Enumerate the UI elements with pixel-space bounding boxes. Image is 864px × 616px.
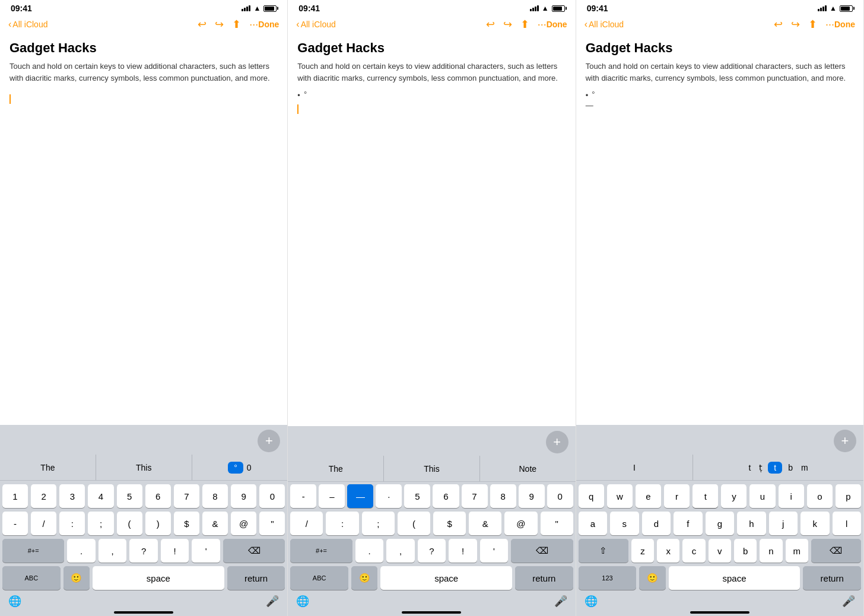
key-1[interactable]: 1 xyxy=(2,484,28,508)
done-button-3[interactable]: Done xyxy=(834,20,855,29)
key-8-p[interactable]: 8 xyxy=(490,484,516,508)
key-abc-1[interactable]: ABC xyxy=(2,566,61,590)
key-p[interactable]: p xyxy=(836,484,861,508)
more-icon-1[interactable]: ··· xyxy=(249,18,258,31)
key-apostrophe[interactable]: ' xyxy=(192,539,220,563)
key-hyphen-p[interactable]: - xyxy=(290,484,316,508)
key-emoji-2[interactable]: 🙂 xyxy=(351,566,377,590)
redo-icon-1[interactable]: ↪ xyxy=(215,18,224,31)
redo-icon-3[interactable]: ↪ xyxy=(791,18,800,31)
key-s[interactable]: s xyxy=(610,512,639,535)
key-amp-2[interactable]: & xyxy=(469,512,501,535)
key-at-2[interactable]: @ xyxy=(504,512,537,535)
undo-icon-3[interactable]: ↩ xyxy=(774,18,783,31)
back-label-1[interactable]: All iCloud xyxy=(12,20,47,29)
key-return-1[interactable]: return xyxy=(227,566,285,590)
key-u[interactable]: u xyxy=(749,484,775,508)
autocomplete-the-2[interactable]: The xyxy=(288,456,384,481)
mic-icon-2[interactable]: 🎤 xyxy=(554,595,567,608)
key-a[interactable]: a xyxy=(579,512,607,535)
key-amp[interactable]: & xyxy=(202,512,228,535)
key-j[interactable]: j xyxy=(769,512,798,535)
back-label-2[interactable]: All iCloud xyxy=(301,20,336,29)
key-7-p[interactable]: 7 xyxy=(462,484,488,508)
more-icon-3[interactable]: ··· xyxy=(825,18,834,31)
key-5-p[interactable]: 5 xyxy=(404,484,430,508)
key-space-3[interactable]: space xyxy=(669,566,801,590)
key-return-3[interactable]: return xyxy=(803,566,861,590)
key-return-2[interactable]: return xyxy=(515,566,573,590)
key-delete-3[interactable]: ⌫ xyxy=(811,539,861,563)
key-colon[interactable]: : xyxy=(59,512,85,535)
var-t-1[interactable]: t xyxy=(746,462,753,474)
key-exclaim-2[interactable]: ! xyxy=(449,539,477,563)
key-b[interactable]: b xyxy=(734,539,757,563)
key-2[interactable]: 2 xyxy=(31,484,56,508)
globe-icon-2[interactable]: 🌐 xyxy=(296,595,309,608)
key-semicolon-2[interactable]: ; xyxy=(362,512,395,535)
key-abc-2[interactable]: ABC xyxy=(290,566,348,590)
key-0-p[interactable]: 0 xyxy=(547,484,573,508)
key-endash-p[interactable]: – xyxy=(319,484,345,508)
key-quote[interactable]: " xyxy=(259,512,285,535)
autocomplete-zero-1[interactable]: 0 xyxy=(247,463,252,472)
key-dollar[interactable]: $ xyxy=(174,512,199,535)
key-0[interactable]: 0 xyxy=(259,484,285,508)
key-rparen[interactable]: ) xyxy=(145,512,171,535)
key-m[interactable]: m xyxy=(786,539,808,563)
key-f[interactable]: f xyxy=(674,512,702,535)
var-t-2[interactable]: ṭ xyxy=(757,462,764,474)
undo-icon-1[interactable]: ↩ xyxy=(198,18,207,31)
key-q[interactable]: q xyxy=(579,484,604,508)
key-8[interactable]: 8 xyxy=(202,484,228,508)
key-k[interactable]: k xyxy=(801,512,829,535)
key-l[interactable]: l xyxy=(833,512,861,535)
key-y[interactable]: y xyxy=(721,484,747,508)
key-colon-2[interactable]: : xyxy=(326,512,358,535)
key-question[interactable]: ? xyxy=(129,539,157,563)
key-delete-2[interactable]: ⌫ xyxy=(511,539,573,563)
autocomplete-this-1[interactable]: This xyxy=(96,455,192,480)
key-dollar-2[interactable]: $ xyxy=(433,512,466,535)
key-slash[interactable]: / xyxy=(31,512,56,535)
key-period-2[interactable]: . xyxy=(355,539,383,563)
key-period[interactable]: . xyxy=(67,539,95,563)
key-5[interactable]: 5 xyxy=(117,484,142,508)
key-emoji-3[interactable]: 🙂 xyxy=(639,566,665,590)
var-t-highlighted[interactable]: t xyxy=(768,462,782,474)
globe-icon-3[interactable]: 🌐 xyxy=(585,595,598,608)
autocomplete-I-3[interactable]: I xyxy=(576,455,694,480)
redo-icon-2[interactable]: ↪ xyxy=(503,18,512,31)
undo-icon-2[interactable]: ↩ xyxy=(486,18,495,31)
key-comma-2[interactable]: , xyxy=(386,539,414,563)
key-v[interactable]: v xyxy=(709,539,731,563)
key-e[interactable]: e xyxy=(636,484,661,508)
key-emoji-1[interactable]: 🙂 xyxy=(63,566,90,590)
key-x[interactable]: x xyxy=(657,539,679,563)
key-delete-1[interactable]: ⌫ xyxy=(223,539,285,563)
key-3[interactable]: 3 xyxy=(59,484,85,508)
key-lparen-2[interactable]: ( xyxy=(398,512,430,535)
back-button-3[interactable]: ‹ All iCloud xyxy=(585,19,624,30)
float-plus-1[interactable]: + xyxy=(258,430,280,452)
done-button-2[interactable]: Done xyxy=(547,20,567,29)
var-b[interactable]: b xyxy=(786,462,795,474)
key-i[interactable]: i xyxy=(779,484,804,508)
key-semicolon[interactable]: ; xyxy=(88,512,113,535)
key-t[interactable]: t xyxy=(693,484,718,508)
key-n[interactable]: n xyxy=(760,539,782,563)
key-c[interactable]: c xyxy=(682,539,705,563)
key-lparen[interactable]: ( xyxy=(117,512,142,535)
back-button-2[interactable]: ‹ All iCloud xyxy=(296,19,335,30)
key-at[interactable]: @ xyxy=(231,512,256,535)
key-exclaim[interactable]: ! xyxy=(161,539,189,563)
key-minus[interactable]: - xyxy=(2,512,28,535)
key-d[interactable]: d xyxy=(642,512,671,535)
share-icon-2[interactable]: ⬆ xyxy=(520,18,529,31)
autocomplete-the-1[interactable]: The xyxy=(0,455,96,480)
back-button-1[interactable]: ‹ All iCloud xyxy=(8,19,47,30)
key-space-2[interactable]: space xyxy=(380,566,512,590)
key-question-2[interactable]: ? xyxy=(418,539,446,563)
autocomplete-this-2[interactable]: This xyxy=(384,456,480,481)
key-emdash-active-p[interactable]: — xyxy=(347,484,373,508)
